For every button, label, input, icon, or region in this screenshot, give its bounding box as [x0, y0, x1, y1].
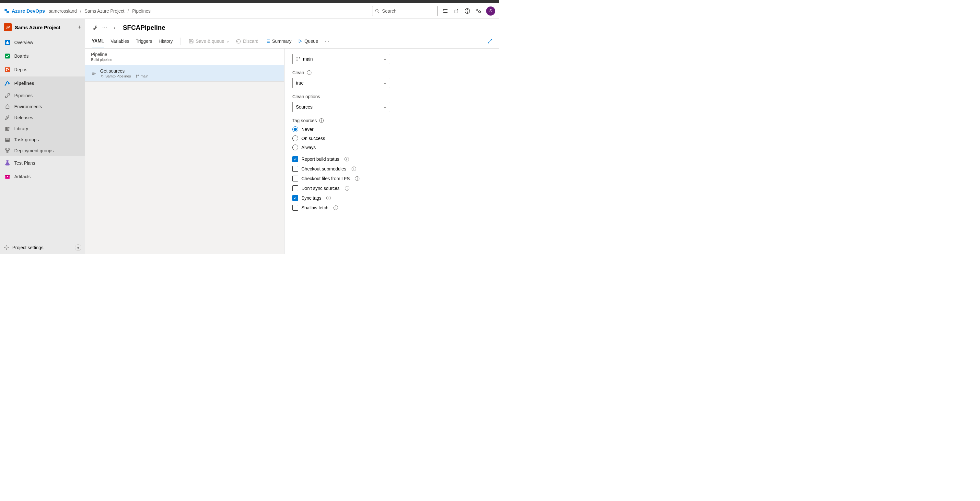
- queue-button[interactable]: Queue: [298, 38, 318, 44]
- clean-label: Clean: [292, 70, 304, 75]
- svg-rect-18: [5, 96, 7, 97]
- checkbox[interactable]: [292, 185, 298, 191]
- radio-never[interactable]: Never: [292, 126, 491, 132]
- browser-chrome-bar: [0, 0, 499, 3]
- sidebar-item-repos[interactable]: Repos: [0, 63, 85, 76]
- radio-input[interactable]: [292, 135, 298, 141]
- sidebar-sub-task-groups[interactable]: Task groups: [0, 134, 85, 145]
- radio-on-success[interactable]: On success: [292, 135, 491, 141]
- sidebar-sub-environments[interactable]: Environments: [0, 101, 85, 112]
- chevron-down-icon: ⌄: [226, 39, 229, 43]
- svg-rect-30: [7, 151, 8, 153]
- clean-options-select[interactable]: Sources ⌄: [292, 102, 390, 112]
- search-input[interactable]: Search: [372, 6, 438, 16]
- product-logo[interactable]: Azure DevOps: [4, 8, 45, 14]
- svg-rect-11: [7, 41, 8, 44]
- radio-always[interactable]: Always: [292, 145, 491, 150]
- user-avatar[interactable]: S: [486, 6, 495, 16]
- info-icon[interactable]: i: [319, 118, 324, 123]
- info-icon[interactable]: i: [352, 167, 356, 171]
- tag-sources-label: Tag sources: [292, 118, 317, 123]
- checkbox[interactable]: ✓: [292, 156, 298, 162]
- checkbox[interactable]: ✓: [292, 195, 298, 201]
- sidebar-item-artifacts[interactable]: Artifacts: [0, 170, 85, 183]
- svg-point-35: [6, 247, 7, 248]
- tab-triggers[interactable]: Triggers: [136, 34, 152, 48]
- radio-input[interactable]: [292, 126, 298, 132]
- svg-rect-12: [8, 43, 10, 44]
- marketplace-icon[interactable]: [453, 8, 460, 14]
- sidebar-item-test-plans[interactable]: Test Plans: [0, 156, 85, 170]
- tab-yaml[interactable]: YAML: [92, 34, 104, 48]
- info-icon[interactable]: i: [326, 196, 331, 200]
- collapse-icon[interactable]: «: [75, 244, 81, 251]
- sidebar-item-pipelines[interactable]: Pipelines: [0, 76, 85, 90]
- tab-variables[interactable]: Variables: [110, 34, 129, 48]
- tab-history[interactable]: History: [159, 34, 173, 48]
- settings-icon[interactable]: [475, 8, 482, 14]
- add-icon[interactable]: +: [78, 24, 81, 31]
- svg-point-8: [479, 11, 480, 13]
- info-icon[interactable]: i: [345, 186, 349, 191]
- gear-icon: [4, 245, 9, 250]
- branch-select[interactable]: main ⌄: [292, 54, 390, 64]
- step-pipeline[interactable]: Pipeline Build pipeline: [85, 49, 284, 65]
- sidebar-sub-pipelines[interactable]: Pipelines: [0, 90, 85, 101]
- overview-icon: [4, 39, 11, 46]
- info-icon[interactable]: i: [345, 157, 349, 161]
- checkbox-label: Shallow fetch: [301, 205, 328, 210]
- discard-button[interactable]: Discard: [236, 38, 258, 44]
- check-shallow-fetch[interactable]: Shallow fetchi: [292, 205, 491, 211]
- help-icon[interactable]: [464, 8, 471, 14]
- summary-icon: [265, 38, 270, 44]
- pipelines-sub-icon: [5, 93, 10, 99]
- radio-input[interactable]: [292, 145, 298, 150]
- breadcrumb-project[interactable]: Sams Azure Project: [84, 8, 124, 14]
- project-settings[interactable]: Project settings «: [0, 241, 85, 254]
- svg-rect-29: [8, 149, 10, 150]
- sidebar-item-overview[interactable]: Overview: [0, 36, 85, 49]
- avatar-initial: S: [489, 8, 492, 13]
- work-items-icon[interactable]: [442, 8, 449, 14]
- svg-rect-26: [5, 139, 10, 140]
- svg-rect-22: [5, 127, 6, 130]
- breadcrumb-separator: /: [128, 8, 129, 14]
- check-don-t-sync-sources[interactable]: Don't sync sourcesi: [292, 185, 491, 191]
- sidebar-item-boards[interactable]: Boards: [0, 49, 85, 63]
- check-checkout-submodules[interactable]: Checkout submodulesi: [292, 166, 491, 172]
- info-icon[interactable]: i: [334, 205, 338, 210]
- check-checkout-files-from-lfs[interactable]: Checkout files from LFSi: [292, 176, 491, 181]
- checkbox-label: Don't sync sources: [301, 186, 340, 191]
- step-get-sources[interactable]: Get sources SamC-Pipelines main: [85, 65, 284, 82]
- checkbox[interactable]: [292, 205, 298, 211]
- check-report-build-status[interactable]: ✓Report build statusi: [292, 156, 491, 162]
- breadcrumb-org[interactable]: samcrossland: [49, 8, 77, 14]
- summary-button[interactable]: Summary: [265, 38, 292, 44]
- clean-select[interactable]: true ⌄: [292, 78, 390, 88]
- environments-icon: [5, 104, 10, 110]
- checkbox[interactable]: [292, 166, 298, 172]
- save-queue-button[interactable]: Save & queue ⌄: [189, 38, 229, 44]
- more-icon[interactable]: ⋯: [102, 25, 108, 31]
- play-icon: [298, 39, 302, 43]
- checkbox-label: Checkout files from LFS: [301, 176, 350, 181]
- breadcrumb-section[interactable]: Pipelines: [132, 8, 151, 14]
- header: Azure DevOps samcrossland / Sams Azure P…: [0, 3, 499, 19]
- project-header[interactable]: SP Sams Azure Project +: [0, 19, 85, 36]
- more-actions-button[interactable]: ⋯: [325, 38, 329, 44]
- sidebar-sub-deployment-groups[interactable]: Deployment groups: [0, 145, 85, 156]
- clean-options-label: Clean options: [292, 94, 320, 99]
- sidebar-sub-library[interactable]: Library: [0, 123, 85, 134]
- svg-rect-24: [8, 127, 9, 130]
- svg-rect-25: [5, 138, 10, 139]
- check-sync-tags[interactable]: ✓Sync tagsi: [292, 195, 491, 201]
- svg-line-1: [378, 11, 379, 13]
- fullscreen-icon[interactable]: [487, 38, 493, 44]
- pipeline-nav-icon[interactable]: [92, 25, 98, 30]
- checkbox[interactable]: [292, 176, 298, 181]
- repos-icon: [4, 66, 11, 73]
- sidebar-sub-releases[interactable]: Releases: [0, 112, 85, 123]
- info-icon[interactable]: i: [307, 70, 312, 75]
- svg-point-21: [8, 117, 8, 118]
- info-icon[interactable]: i: [355, 176, 360, 181]
